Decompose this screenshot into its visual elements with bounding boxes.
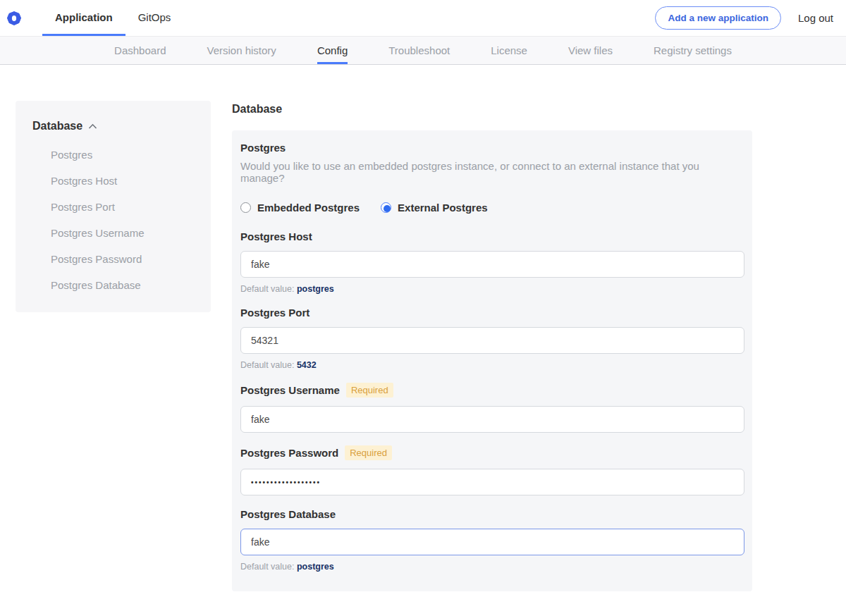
required-badge: Required — [346, 383, 393, 398]
header-right: Add a new application Log out — [655, 0, 833, 36]
group-description: Would you like to use an embedded postgr… — [240, 160, 744, 184]
content-area: Database Postgres Postgres Host Postgres… — [0, 65, 846, 616]
field-helper: Default value: postgres — [240, 284, 744, 294]
postgres-port-input[interactable] — [240, 327, 744, 354]
page-title: Database — [232, 103, 752, 116]
app-logo[interactable] — [7, 0, 21, 36]
field-label: Postgres Database — [240, 508, 336, 520]
sidebar-group-title: Database — [32, 120, 82, 133]
field-postgres-password: Postgres Password Required — [240, 445, 744, 495]
logout-button[interactable]: Log out — [798, 12, 833, 24]
config-sidebar: Database Postgres Postgres Host Postgres… — [16, 101, 211, 312]
field-label: Postgres Password — [240, 447, 338, 459]
subnav-item-registry-settings[interactable]: Registry settings — [654, 37, 732, 64]
postgres-password-input[interactable] — [240, 469, 744, 495]
subnav-item-config[interactable]: Config — [317, 37, 348, 64]
replicated-logo-icon — [7, 11, 21, 25]
postgres-username-input[interactable] — [240, 406, 744, 433]
field-helper: Default value: postgres — [240, 562, 744, 572]
field-postgres-port: Postgres Port Default value: 5432 — [240, 307, 744, 370]
postgres-host-input[interactable] — [240, 251, 744, 278]
sidebar-item-postgres-port[interactable]: Postgres Port — [32, 194, 194, 220]
sidebar-item-postgres[interactable]: Postgres — [32, 142, 194, 168]
chevron-up-icon — [88, 123, 97, 130]
config-main: Database Postgres Would you like to use … — [232, 103, 752, 616]
postgres-type-radio-group: Embedded Postgres External Postgres — [240, 202, 744, 214]
sidebar-item-postgres-username[interactable]: Postgres Username — [32, 220, 194, 246]
postgres-database-input[interactable] — [240, 529, 744, 555]
field-label: Postgres Port — [240, 307, 309, 319]
required-badge: Required — [345, 445, 392, 460]
radio-embedded-label: Embedded Postgres — [257, 202, 360, 214]
config-group-panel: Postgres Would you like to use an embedd… — [232, 130, 752, 591]
app-subnav: Dashboard Version history Config Trouble… — [0, 37, 846, 65]
tab-application-label: Application — [55, 11, 113, 23]
subnav-item-view-files[interactable]: View files — [568, 37, 613, 64]
field-postgres-database: Postgres Database Default value: postgre… — [240, 508, 744, 572]
radio-circle-icon — [381, 202, 391, 213]
radio-external-label: External Postgres — [398, 202, 488, 214]
sidebar-group-database[interactable]: Database — [32, 120, 194, 133]
subnav-item-troubleshoot[interactable]: Troubleshoot — [388, 37, 450, 64]
radio-circle-icon — [240, 202, 251, 213]
field-label: Postgres Host — [240, 230, 312, 242]
sidebar-item-postgres-password[interactable]: Postgres Password — [32, 246, 194, 272]
default-value: 5432 — [297, 360, 317, 370]
field-label: Postgres Username — [240, 384, 340, 396]
subnav-item-dashboard[interactable]: Dashboard — [114, 37, 166, 64]
top-header: Application GitOps Add a new application… — [0, 0, 846, 37]
default-value: postgres — [297, 562, 334, 572]
field-helper: Default value: 5432 — [240, 360, 744, 370]
app-tabs: Application GitOps — [42, 0, 183, 36]
tab-application[interactable]: Application — [42, 0, 125, 36]
field-postgres-username: Postgres Username Required — [240, 383, 744, 433]
sidebar-item-postgres-database[interactable]: Postgres Database — [32, 272, 194, 298]
default-value: postgres — [297, 284, 334, 294]
radio-external-postgres[interactable]: External Postgres — [381, 202, 488, 214]
subnav-item-version-history[interactable]: Version history — [207, 37, 276, 64]
group-name: Postgres — [240, 142, 744, 154]
add-application-button[interactable]: Add a new application — [655, 6, 781, 30]
sidebar-item-postgres-host[interactable]: Postgres Host — [32, 168, 194, 194]
radio-embedded-postgres[interactable]: Embedded Postgres — [240, 202, 360, 214]
tab-gitops[interactable]: GitOps — [125, 0, 184, 36]
subnav-item-license[interactable]: License — [491, 37, 527, 64]
tab-gitops-label: GitOps — [138, 11, 171, 23]
field-postgres-host: Postgres Host Default value: postgres — [240, 230, 744, 294]
